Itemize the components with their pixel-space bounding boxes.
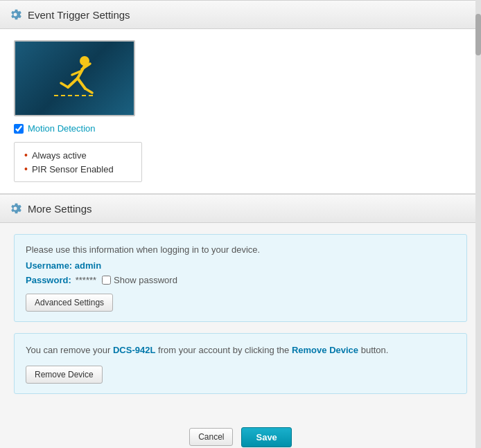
more-settings-header: More Settings bbox=[0, 194, 481, 223]
status-item-always-active: Always active bbox=[24, 148, 132, 162]
motion-detection-label[interactable]: Motion Detection bbox=[28, 123, 96, 134]
more-settings-title: More Settings bbox=[28, 203, 92, 215]
password-label: Password: bbox=[26, 275, 71, 285]
motion-detection-row: Motion Detection bbox=[14, 123, 467, 134]
event-trigger-title: Event Trigger Settings bbox=[28, 9, 130, 21]
running-person-icon bbox=[47, 54, 103, 102]
save-button[interactable]: Save bbox=[241, 427, 291, 447]
status-list-box: Always active PIR Sensor Enabled bbox=[14, 142, 142, 182]
event-trigger-body: Motion Detection Always active PIR Senso… bbox=[0, 29, 481, 194]
event-trigger-header: Event Trigger Settings bbox=[0, 0, 481, 29]
remove-device-button[interactable]: Remove Device bbox=[26, 366, 103, 384]
password-row: Password: ****** Show password bbox=[26, 275, 455, 285]
scrollbar-track bbox=[475, 0, 481, 448]
status-item-pir: PIR Sensor Enabled bbox=[24, 162, 132, 176]
show-password-checkbox[interactable] bbox=[102, 276, 111, 285]
action-buttons-row: Cancel Save bbox=[0, 416, 481, 449]
svg-line-4 bbox=[68, 78, 78, 87]
login-info-box: Please use this information when logging… bbox=[14, 234, 467, 322]
svg-line-5 bbox=[61, 83, 68, 87]
scrollbar-thumb[interactable] bbox=[475, 14, 481, 55]
remove-device-box: You can remove your DCS-942L from your a… bbox=[14, 333, 467, 394]
remove-device-description: You can remove your DCS-942L from your a… bbox=[26, 343, 455, 357]
login-info-description: Please use this information when logging… bbox=[26, 244, 455, 255]
more-settings-body: Please use this information when logging… bbox=[0, 223, 481, 416]
svg-line-7 bbox=[85, 89, 92, 93]
more-settings-gear-icon bbox=[8, 201, 22, 215]
show-password-label[interactable]: Show password bbox=[114, 275, 177, 285]
password-stars: ****** bbox=[76, 275, 96, 285]
gear-icon bbox=[8, 8, 22, 21]
status-list: Always active PIR Sensor Enabled bbox=[24, 148, 132, 176]
advanced-settings-button[interactable]: Advanced Settings bbox=[26, 294, 113, 312]
cancel-button[interactable]: Cancel bbox=[189, 428, 233, 446]
page-container: Event Trigger Settings bbox=[0, 0, 481, 448]
username-display: Username: admin bbox=[26, 260, 455, 271]
camera-thumbnail bbox=[14, 40, 135, 116]
svg-line-6 bbox=[78, 78, 85, 89]
motion-detection-checkbox[interactable] bbox=[14, 124, 24, 134]
